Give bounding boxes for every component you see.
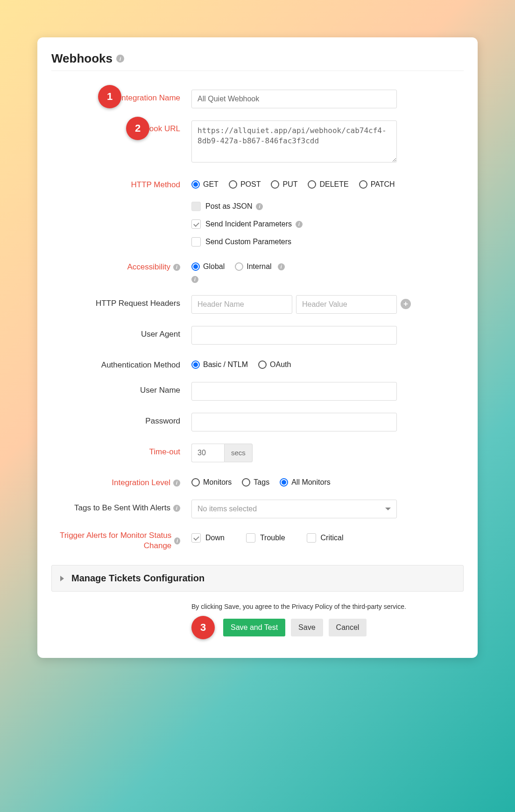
tags-dropdown[interactable]: No items selected [191, 500, 397, 518]
http-method-post[interactable]: POST [229, 180, 261, 189]
password-input[interactable] [191, 413, 397, 431]
save-button[interactable]: Save [291, 619, 323, 636]
manage-tickets-accordion[interactable]: Manage Tickets Configuration [51, 565, 464, 592]
send-custom-label: Send Custom Parameters [205, 238, 291, 246]
level-all-monitors[interactable]: All Monitors [280, 478, 331, 487]
trigger-trouble-label: Trouble [260, 534, 285, 542]
add-header-button[interactable]: + [401, 299, 411, 309]
timeout-unit: secs [224, 444, 253, 462]
step-badge-1: 1 [98, 85, 121, 108]
level-monitors[interactable]: Monitors [191, 478, 232, 487]
save-and-test-button[interactable]: Save and Test [223, 619, 285, 636]
auth-oauth[interactable]: OAuth [258, 360, 291, 369]
label-integration-name: Integration Name [51, 90, 191, 103]
info-icon[interactable]: i [173, 264, 180, 271]
page-title-text: Webhooks [51, 51, 113, 66]
integration-name-input[interactable] [191, 90, 397, 108]
label-password: Password [51, 413, 191, 426]
chevron-down-icon [385, 508, 391, 510]
http-method-delete[interactable]: DELETE [308, 180, 348, 189]
info-icon[interactable]: i [174, 537, 180, 544]
auth-basic-ntlm[interactable]: Basic / NTLM [191, 360, 248, 369]
info-icon[interactable]: i [296, 221, 303, 228]
trigger-down-label: Down [205, 534, 225, 542]
accordion-title: Manage Tickets Configuration [71, 573, 205, 584]
cancel-button[interactable]: Cancel [329, 619, 367, 636]
send-incident-label: Send Incident Parameters [205, 220, 292, 228]
user-agent-input[interactable] [191, 326, 397, 345]
trigger-down-checkbox[interactable] [191, 533, 201, 543]
webhooks-card: Webhooks i Integration Name 1 Hook URL 2… [37, 37, 478, 658]
send-custom-checkbox[interactable] [191, 237, 201, 247]
label-user-name: User Name [51, 382, 191, 395]
http-method-get[interactable]: GET [191, 180, 219, 189]
info-icon[interactable]: i [256, 203, 263, 210]
tags-dropdown-value: No items selected [198, 505, 257, 513]
disclaimer-text: By clicking Save, you agree to the Priva… [191, 603, 464, 610]
chevron-right-icon [60, 576, 64, 581]
label-tags-to-send: Tags to Be Sent With Alerts i [51, 500, 191, 513]
post-as-json-label: Post as JSON [205, 202, 252, 211]
page-title: Webhooks i [51, 51, 464, 71]
label-user-agent: User Agent [51, 326, 191, 339]
step-badge-3: 3 [191, 616, 215, 639]
header-name-input[interactable] [191, 295, 292, 314]
hook-url-input[interactable]: https://allquiet.app/api/webhook/cab74cf… [191, 120, 397, 162]
info-icon[interactable]: i [116, 55, 124, 63]
trigger-critical-label: Critical [321, 534, 344, 542]
label-http-headers: HTTP Request Headers [51, 295, 191, 308]
send-incident-checkbox[interactable] [191, 219, 201, 229]
level-tags[interactable]: Tags [242, 478, 269, 487]
label-http-method: HTTP Method [51, 177, 191, 190]
http-method-put[interactable]: PUT [271, 180, 297, 189]
label-accessibility: Accessibility i [51, 259, 191, 272]
info-icon[interactable]: i [191, 276, 198, 283]
header-value-input[interactable] [296, 295, 397, 314]
trigger-trouble-checkbox[interactable] [246, 533, 255, 543]
accessibility-global[interactable]: Global [191, 262, 225, 271]
info-icon[interactable]: i [278, 263, 285, 270]
accessibility-internal[interactable]: Internali [235, 262, 284, 271]
label-hook-url: Hook URL [51, 120, 191, 134]
post-as-json-checkbox [191, 202, 201, 211]
label-integration-level: Integration Level i [51, 474, 191, 487]
user-name-input[interactable] [191, 382, 397, 401]
info-icon[interactable]: i [173, 505, 180, 512]
timeout-input[interactable] [191, 444, 224, 462]
label-timeout: Time-out [51, 444, 191, 457]
http-method-patch[interactable]: PATCH [359, 180, 395, 189]
step-badge-2: 2 [126, 117, 149, 140]
trigger-critical-checkbox[interactable] [307, 533, 316, 543]
info-icon[interactable]: i [173, 480, 180, 487]
label-trigger-alerts: Trigger Alerts for Monitor Status Change… [51, 530, 191, 551]
label-auth-method: Authentication Method [51, 357, 191, 370]
